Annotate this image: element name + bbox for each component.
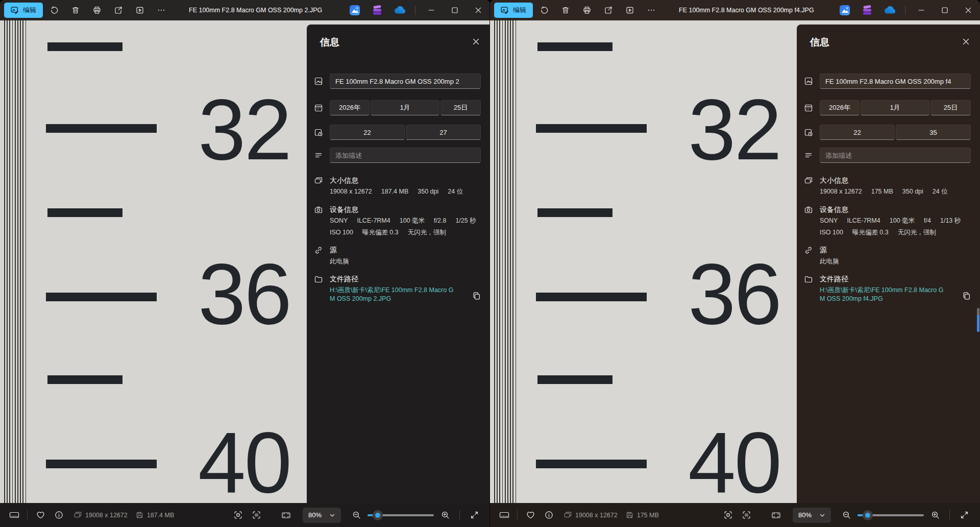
clipchamp-icon: [862, 4, 873, 16]
time-minute-field[interactable]: 35: [896, 125, 971, 140]
minimize-button[interactable]: [910, 0, 933, 20]
time-hour-field[interactable]: 22: [330, 125, 405, 140]
onedrive-icon: [883, 6, 896, 15]
slideshow-button[interactable]: [620, 2, 640, 19]
maximize-button[interactable]: [443, 0, 467, 20]
file-path-link[interactable]: H:\画质\新卡\索尼\FE 100mm F2.8 Macro GM OSS 2…: [330, 286, 458, 303]
zoom-slider[interactable]: [368, 507, 434, 524]
zoom-level-dropdown[interactable]: 80%: [303, 508, 341, 523]
print-button[interactable]: [87, 2, 107, 19]
fit-screen-icon: [771, 511, 781, 519]
filename-input[interactable]: [330, 74, 481, 89]
dimensions-icon: [564, 511, 572, 519]
date-day-field[interactable]: 25日: [930, 100, 971, 115]
share-button[interactable]: [108, 2, 129, 19]
onedrive-button[interactable]: [388, 2, 411, 19]
info-button[interactable]: [540, 507, 558, 524]
fullscreen-button[interactable]: [465, 507, 483, 524]
time-hour-field[interactable]: 22: [820, 125, 895, 140]
edit-button[interactable]: 编辑: [494, 3, 533, 18]
minimize-button[interactable]: [420, 0, 443, 20]
text-actions-button[interactable]: [738, 507, 756, 524]
fit-screen-button[interactable]: [277, 507, 296, 524]
file-size-readout: 175 MB: [626, 511, 659, 519]
share-icon: [114, 6, 122, 14]
info-icon: [55, 511, 63, 519]
description-row: [314, 148, 481, 163]
copy-path-button[interactable]: [958, 287, 975, 304]
source-section: 源 此电脑: [314, 245, 481, 266]
filmstrip-button[interactable]: [495, 507, 513, 524]
zoom-out-button[interactable]: [347, 507, 365, 524]
rotate-button[interactable]: [534, 2, 554, 19]
delete-button[interactable]: [555, 2, 576, 19]
filename-input[interactable]: [820, 74, 971, 89]
text-actions-icon: [742, 511, 751, 519]
favorite-button[interactable]: [31, 507, 50, 524]
print-button[interactable]: [577, 2, 597, 19]
device-info-line2: ISO 100 曝光偏差 0.3 无闪光，强制: [330, 228, 476, 237]
visual-search-button[interactable]: [719, 507, 738, 524]
slideshow-button[interactable]: [130, 2, 150, 19]
info-button[interactable]: [50, 507, 68, 524]
more-button[interactable]: [151, 2, 172, 19]
text-actions-button[interactable]: [248, 507, 266, 524]
description-row: [804, 148, 971, 163]
file-path-link[interactable]: H:\画质\新卡\索尼\FE 100mm F2.8 Macro GM OSS 2…: [820, 286, 948, 303]
zoom-in-button[interactable]: [926, 507, 944, 524]
toolbar-divider: [27, 510, 28, 521]
favorite-button[interactable]: [521, 507, 540, 524]
date-month-field[interactable]: 1月: [861, 100, 929, 115]
panel-close-button[interactable]: [958, 34, 974, 49]
close-button[interactable]: [957, 0, 980, 20]
maximize-button[interactable]: [933, 0, 957, 20]
zoom-out-button[interactable]: [837, 507, 855, 524]
description-input[interactable]: [330, 148, 481, 163]
file-path-section: 文件路径 H:\画质\新卡\索尼\FE 100mm F2.8 Macro GM …: [314, 274, 481, 303]
delete-button[interactable]: [65, 2, 86, 19]
zoom-slider-thumb[interactable]: [373, 510, 383, 520]
designer-button[interactable]: [834, 2, 856, 19]
panel-close-button[interactable]: [468, 34, 484, 49]
date-year-field[interactable]: 2026年: [330, 100, 370, 115]
minimize-icon: [428, 7, 435, 14]
visual-search-icon: [234, 511, 242, 519]
fullscreen-icon: [960, 511, 969, 519]
shutter-speed: 1/25 秒: [455, 217, 476, 225]
zoom-level-dropdown[interactable]: 80%: [793, 508, 831, 523]
description-icon: [804, 151, 813, 159]
zoom-in-button[interactable]: [436, 507, 454, 524]
time-minute-field[interactable]: 27: [406, 125, 481, 140]
designer-button[interactable]: [344, 2, 366, 19]
date-day-field[interactable]: 25日: [440, 100, 481, 115]
close-button[interactable]: [467, 0, 490, 20]
filename-icon: [314, 77, 323, 85]
camera-model: ILCE-7RM4: [847, 217, 880, 225]
share-button[interactable]: [598, 2, 619, 19]
rotate-button[interactable]: [44, 2, 64, 19]
ruler-bar: [46, 293, 157, 301]
copy-path-button[interactable]: [468, 287, 485, 304]
more-button[interactable]: [641, 2, 662, 19]
onedrive-button[interactable]: [878, 2, 901, 19]
description-input[interactable]: [820, 148, 971, 163]
zoom-slider-dot: [375, 513, 380, 518]
date-year-field[interactable]: 2026年: [820, 100, 860, 115]
edit-button-label: 编辑: [513, 6, 526, 15]
zoom-slider[interactable]: [857, 507, 924, 524]
edit-button[interactable]: 编辑: [4, 3, 43, 18]
edit-image-icon: [11, 6, 19, 14]
scrollbar-thumb[interactable]: [977, 308, 979, 332]
device-info-icon: [804, 206, 813, 214]
clipchamp-button[interactable]: [856, 2, 878, 19]
filmstrip-button[interactable]: [5, 507, 23, 524]
date-month-field[interactable]: 1月: [371, 100, 439, 115]
visual-search-button[interactable]: [229, 507, 248, 524]
fit-screen-button[interactable]: [767, 507, 786, 524]
file-size-icon: [626, 511, 633, 519]
aperture: f/4: [924, 217, 931, 225]
scrollbar-accent: [977, 315, 979, 332]
fullscreen-button[interactable]: [955, 507, 973, 524]
zoom-slider-thumb[interactable]: [863, 510, 873, 520]
clipchamp-button[interactable]: [366, 2, 388, 19]
